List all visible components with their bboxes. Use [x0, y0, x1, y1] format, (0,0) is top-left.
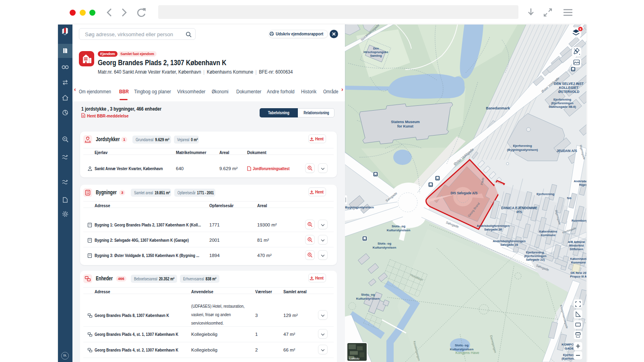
- svg-text:Stiftelsen: Stiftelsen: [570, 247, 583, 251]
- svg-text:Ejerforening.: Ejerforening.: [526, 251, 545, 254]
- svg-text:Luftfoto: Luftfoto: [349, 357, 359, 360]
- svg-text:Slots- og: Slots- og: [455, 343, 469, 347]
- svg-text:Københavns: Københavns: [539, 230, 557, 233]
- svg-text:DIS Sølvgade A/S: DIS Sølvgade A/S: [451, 191, 478, 195]
- svg-text:DEN SELVEJ INST: DEN SELVEJ INST: [554, 82, 584, 86]
- svg-text:DANICA EJENDOMME: DANICA EJENDOMME: [501, 206, 537, 210]
- svg-text:(Bygningsstyrelsen): (Bygningsstyrelsen): [507, 148, 538, 152]
- svg-text:KOLLEGIET: KOLLEGIET: [559, 86, 579, 90]
- svg-text:Sølvgade 36: Sølvgade 36: [484, 228, 502, 231]
- svg-text:Bygningsstyrelsen: Bygningsstyrelsen: [345, 206, 374, 209]
- svg-text:Ejerforening: Ejerforening: [553, 98, 572, 101]
- svg-text:Riges: Riges: [579, 183, 586, 187]
- svg-text:Banedanmark: Banedanmark: [486, 106, 510, 110]
- svg-text:(Ejerforeningen: (Ejerforeningen: [524, 254, 547, 258]
- svg-text:København: København: [570, 257, 586, 261]
- svg-text:Rosenborge: Rosenborge: [572, 219, 586, 222]
- svg-text:P/S: P/S: [516, 210, 522, 214]
- svg-text:Ejerforening: Ejerforening: [537, 192, 555, 196]
- svg-text:Propco III A: Propco III A: [570, 275, 586, 278]
- svg-text:Samling: Samling: [370, 54, 382, 58]
- svg-text:Ejerfore: Ejerfore: [563, 353, 574, 357]
- svg-text:Sølvgade 22): Sølvgade 22): [526, 258, 545, 261]
- svg-text:for Kunst: for Kunst: [397, 124, 413, 128]
- svg-text:Kommune: Kommune: [571, 261, 586, 264]
- svg-text:Kulturstyrelsen: Kulturstyrelsen: [373, 246, 396, 249]
- svg-text:(Ejerforeningen: (Ejerforeningen: [551, 101, 574, 105]
- svg-text:Winterfeld: Winterfeld: [569, 244, 584, 247]
- svg-text:Slots- og: Slots- og: [392, 224, 405, 228]
- svg-text:fsb: fsb: [567, 196, 572, 200]
- svg-text:9: 9: [580, 28, 581, 31]
- svg-text:A/B Admiral: A/B Admiral: [568, 240, 585, 244]
- svg-text:Slots- og: Slots- og: [361, 293, 375, 296]
- svg-text:Stokhusgade 4B-6): Stokhusgade 4B-6): [549, 105, 576, 109]
- svg-text:Ejerforening: Ejerforening: [513, 144, 532, 148]
- svg-text:Kulturstyrelsen: Kulturstyrelsen: [387, 228, 411, 232]
- svg-text:Andelsbolig: Andelsbolig: [574, 179, 586, 183]
- svg-text:Kongens Have: Kongens Have: [455, 351, 479, 355]
- svg-text:Hirschsprungske: Hirschsprungske: [363, 50, 388, 54]
- svg-text:Andelsboligforeningen: Andelsboligforeningen: [493, 239, 526, 243]
- svg-text:Slots- og: Slots- og: [378, 242, 391, 245]
- svg-text:Kulturstyrelsen: Kulturstyrelsen: [356, 297, 380, 300]
- svg-text:Kommune: Kommune: [541, 233, 556, 237]
- svg-text:Statens Museum: Statens Museum: [391, 120, 420, 124]
- svg-text:DK Resi 20: DK Resi 20: [570, 271, 586, 275]
- svg-text:Andelsboligforeningen: Andelsboligforeningen: [477, 224, 510, 228]
- svg-text:Sølvgade 28: Sølvgade 28: [500, 243, 518, 247]
- svg-text:Den: Den: [373, 47, 379, 50]
- svg-text:JEUDAN A/S: JEUDAN A/S: [556, 149, 577, 153]
- svg-text:ØSTERVOLD: ØSTERVOLD: [558, 90, 580, 94]
